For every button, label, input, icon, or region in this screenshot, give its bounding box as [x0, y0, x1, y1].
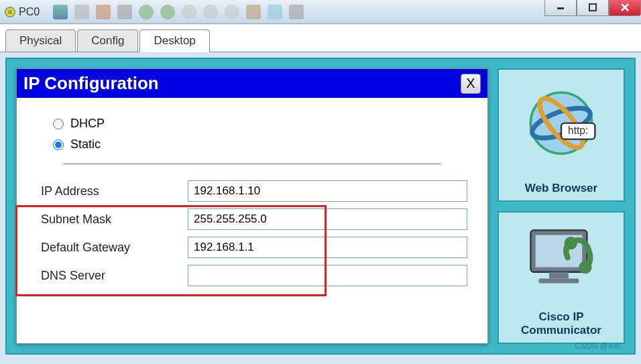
subnet-mask-row: Subnet Mask — [37, 208, 467, 230]
separator — [64, 164, 441, 164]
ip-config-close-button[interactable]: X — [461, 74, 481, 94]
dhcp-radio-row[interactable]: DHCP — [53, 117, 451, 131]
svg-rect-13 — [549, 272, 569, 279]
close-icon — [620, 3, 630, 12]
watermark: CSDN @xun — [575, 341, 621, 351]
default-gateway-row: Default Gateway — [37, 237, 467, 258]
toolbar-zoom-in-icon[interactable] — [182, 5, 196, 19]
toolbar-zoom-fit-icon[interactable] — [225, 5, 239, 19]
subnet-mask-label: Subnet Mask — [37, 213, 188, 227]
dns-server-input[interactable] — [188, 265, 467, 286]
toolbar-copy-icon[interactable] — [74, 5, 89, 19]
toolbar-draw-icon[interactable] — [246, 5, 261, 19]
ip-address-input[interactable] — [188, 180, 467, 202]
dhcp-label: DHCP — [70, 117, 105, 131]
ip-address-label: IP Address — [37, 184, 188, 198]
maximize-icon — [589, 3, 597, 11]
default-gateway-input[interactable] — [188, 237, 467, 258]
svg-text:http:: http: — [568, 125, 588, 137]
ip-config-dialog: IP Configuration X DHCP Static IP Addres… — [16, 68, 488, 344]
toolbar-options-icon[interactable] — [289, 5, 304, 19]
cisco-ip-communicator-tile[interactable]: Cisco IP Communicator — [498, 211, 625, 345]
static-label: Static — [70, 137, 101, 151]
minimize-icon — [557, 3, 565, 11]
toolbar-undo-icon[interactable] — [139, 5, 154, 19]
cisco-ip-communicator-label: Cisco IP Communicator — [504, 310, 618, 337]
tab-bar: Physical Config Desktop — [0, 24, 641, 52]
static-radio[interactable] — [53, 139, 64, 150]
toolbar-redo-icon[interactable] — [160, 5, 175, 19]
default-gateway-label: Default Gateway — [37, 241, 188, 255]
svg-rect-14 — [538, 278, 579, 283]
ip-config-title-text: IP Configuration — [23, 73, 159, 94]
web-browser-label: Web Browser — [525, 182, 597, 195]
web-browser-icon: http: — [504, 75, 618, 175]
close-button[interactable] — [609, 0, 641, 16]
toolbar-zoom-out-icon[interactable] — [203, 5, 218, 19]
tab-physical[interactable]: Physical — [5, 29, 76, 52]
desktop-panel: IP Configuration X DHCP Static IP Addres… — [5, 58, 636, 355]
svg-rect-2 — [557, 7, 564, 9]
window-titlebar: PC0 — [0, 0, 641, 24]
window-title: PC0 — [19, 6, 40, 18]
cisco-ip-communicator-icon — [504, 218, 618, 304]
dns-server-label: DNS Server — [37, 269, 188, 283]
tab-desktop[interactable]: Desktop — [139, 29, 209, 52]
desktop-shortcuts: http: Web Browser Cisco IP Communicator — [498, 68, 625, 344]
ip-config-titlebar: IP Configuration X — [17, 69, 487, 98]
svg-point-16 — [579, 261, 591, 274]
tab-config[interactable]: Config — [77, 29, 138, 52]
web-browser-tile[interactable]: http: Web Browser — [498, 68, 625, 202]
toolbar — [53, 5, 304, 19]
ip-config-body: DHCP Static IP Address Subnet Mask Defau… — [17, 98, 487, 343]
ip-address-row: IP Address — [37, 180, 467, 202]
toolbar-print-icon[interactable] — [117, 5, 132, 19]
svg-point-15 — [565, 237, 577, 249]
window-controls — [544, 0, 641, 16]
app-icon — [4, 6, 16, 18]
toolbar-palette-icon[interactable] — [268, 5, 282, 19]
minimize-button[interactable] — [544, 0, 577, 16]
maximize-button[interactable] — [577, 0, 609, 16]
svg-rect-1 — [8, 10, 11, 13]
svg-rect-3 — [589, 4, 596, 11]
dhcp-radio[interactable] — [53, 119, 64, 129]
static-radio-row[interactable]: Static — [53, 137, 451, 151]
dns-server-row: DNS Server — [37, 265, 467, 286]
toolbar-paste-icon[interactable] — [96, 5, 111, 19]
subnet-mask-input[interactable] — [188, 208, 467, 230]
toolbar-save-icon[interactable] — [53, 5, 68, 19]
